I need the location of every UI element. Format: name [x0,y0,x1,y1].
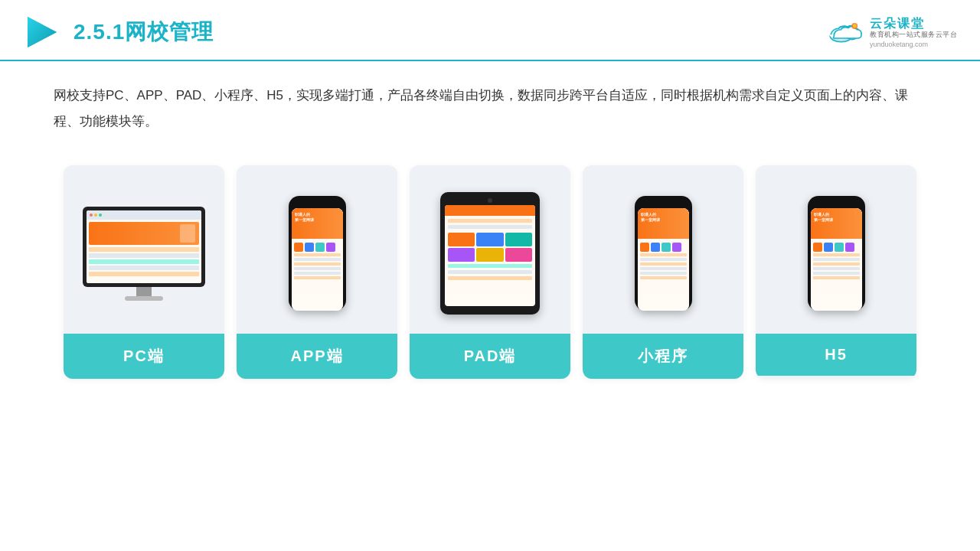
phone-body-h5: 职通人的第一堂网课 [808,196,865,311]
card-pad-image [410,165,570,334]
cards-container: PC端 职通人的第一堂网课 [0,150,980,402]
card-h5-label: H5 [756,334,916,376]
card-app-label: APP端 [237,334,397,379]
header-left: 2.5.1网校管理 [23,14,214,51]
pc-device [83,207,205,301]
card-h5: 职通人的第一堂网课 [756,165,916,379]
phone-body-miniapp: 职通人的第一堂网课 [635,196,692,311]
phone-body-app: 职通人的第一堂网课 [289,196,346,311]
card-pc: PC端 [64,165,224,379]
cloud-icon [827,20,865,44]
card-pc-label: PC端 [64,334,224,379]
page-title: 2.5.1网校管理 [74,18,214,47]
phone-screen-h5: 职通人的第一堂网课 [811,208,862,311]
svg-point-9 [853,24,857,28]
phone-device-h5: 职通人的第一堂网课 [808,196,865,311]
cloud-logo-container: 云朵课堂 教育机构一站式服务云平台 yunduoketang.com [827,16,957,49]
header: 2.5.1网校管理 云朵课 [0,0,980,61]
card-app: 职通人的第一堂网课 [237,165,397,379]
tablet-camera [488,198,492,203]
monitor-screen [87,210,201,283]
card-app-image: 职通人的第一堂网课 [237,165,397,334]
phone-notch [308,202,327,207]
card-pad: PAD端 [410,165,570,379]
tablet-body [440,192,540,315]
card-miniapp-image: 职通人的第一堂网课 [583,165,743,334]
brand-text: 云朵课堂 教育机构一站式服务云平台 yunduoketang.com [870,16,957,49]
play-logo-icon [23,14,60,51]
card-miniapp: 职通人的第一堂网课 [583,165,743,379]
phone-screen-miniapp: 职通人的第一堂网课 [638,208,689,311]
tablet-screen [445,205,535,306]
card-h5-image: 职通人的第一堂网课 [756,165,916,334]
tablet-device [440,192,540,315]
card-pc-image [64,165,224,334]
phone-notch-miniapp [654,202,673,207]
phone-notch-h5 [827,202,846,207]
card-pad-label: PAD端 [410,334,570,379]
phone-screen-app: 职通人的第一堂网课 [292,208,343,311]
phone-device-app: 职通人的第一堂网课 [289,196,346,311]
card-miniapp-label: 小程序 [583,334,743,379]
monitor-body [83,207,205,287]
phone-device-miniapp: 职通人的第一堂网课 [635,196,692,311]
description-text: 网校支持PC、APP、PAD、小程序、H5，实现多端打通，产品各终端自由切换，数… [0,61,980,142]
svg-marker-1 [28,17,57,47]
brand-logo: 云朵课堂 教育机构一站式服务云平台 yunduoketang.com [827,16,957,49]
